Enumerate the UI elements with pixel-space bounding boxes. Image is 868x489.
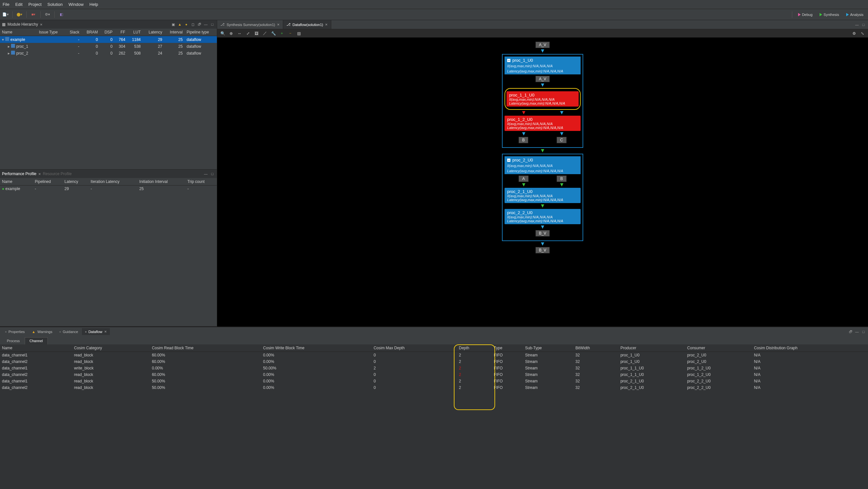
- layers-icon[interactable]: ▤: [296, 31, 302, 36]
- dataflow-group-proc2[interactable]: –proc_2_U0 II(avg,max,min):N/A,N/A,N/A L…: [502, 154, 583, 241]
- snapshot-icon[interactable]: 🖼: [254, 31, 259, 36]
- close-icon[interactable]: ×: [325, 22, 328, 27]
- wrench-icon[interactable]: 🔧: [271, 31, 276, 36]
- fit-width-icon[interactable]: ↔: [237, 31, 243, 36]
- close-icon[interactable]: ×: [277, 22, 280, 27]
- column-header[interactable]: Consumer: [685, 345, 752, 352]
- add-icon[interactable]: ＋: [279, 31, 285, 36]
- column-header[interactable]: Name: [0, 178, 33, 186]
- expand-icon[interactable]: ⤡: [860, 31, 865, 36]
- column-header[interactable]: Sub-Type: [523, 345, 574, 352]
- maximize-icon[interactable]: □: [210, 171, 215, 176]
- column-header[interactable]: Cosim Read Block Time: [150, 345, 261, 352]
- bottom-tab-dataflow[interactable]: ▫ Dataflow ×: [82, 328, 110, 335]
- stop-icon[interactable]: ■▾: [30, 11, 37, 18]
- port-top[interactable]: A_V: [535, 41, 550, 48]
- table-row[interactable]: ▸proc_2-002625082425dataflow: [0, 50, 217, 57]
- table-row[interactable]: data_channel2read_block50.00%0.00%02FIFO…: [0, 384, 868, 391]
- table-row[interactable]: ▸proc_1-003045382725dataflow: [0, 43, 217, 50]
- port[interactable]: A: [519, 175, 528, 182]
- column-header[interactable]: Issue Type: [37, 29, 65, 36]
- port-bottom[interactable]: B_V: [535, 247, 550, 254]
- subtab-process[interactable]: Process: [2, 337, 25, 345]
- minimize-icon[interactable]: —: [854, 22, 860, 27]
- minimize-icon[interactable]: —: [203, 22, 208, 27]
- performance-table[interactable]: NamePipelinedLatencyIteration LatencyIni…: [0, 178, 217, 192]
- close-icon[interactable]: ×: [38, 171, 41, 176]
- column-header[interactable]: Name: [0, 29, 37, 36]
- maximize-icon[interactable]: □: [861, 329, 866, 334]
- column-header[interactable]: Slack: [65, 29, 81, 36]
- dataflow-group-proc1[interactable]: –proc_1_U0 II(avg,max,min):N/A,N/A,N/A L…: [502, 54, 583, 148]
- minimize-icon[interactable]: —: [203, 171, 208, 176]
- menu-solution[interactable]: Solution: [48, 2, 63, 7]
- column-header[interactable]: Name: [0, 345, 72, 352]
- collapse-icon[interactable]: –: [507, 59, 510, 62]
- run-debug-button[interactable]: Debug: [796, 12, 815, 17]
- bottom-tab-guidance[interactable]: ▫ Guidance: [56, 329, 81, 335]
- column-header[interactable]: Depth: [457, 345, 492, 352]
- maximize-icon[interactable]: □: [210, 22, 215, 27]
- gear-icon[interactable]: ⚙: [851, 31, 857, 36]
- menu-help[interactable]: Help: [89, 2, 98, 7]
- column-header[interactable]: Pipeline type: [185, 29, 217, 36]
- column-header[interactable]: BitWidth: [574, 345, 618, 352]
- bottom-tab-properties[interactable]: ▫ Properties: [2, 329, 28, 335]
- line-icon[interactable]: ／: [262, 31, 268, 36]
- port[interactable]: B: [557, 175, 566, 182]
- port[interactable]: A_V: [535, 76, 550, 82]
- circle-icon[interactable]: ●: [184, 22, 189, 27]
- perf-tab-resource[interactable]: Resource Profile: [43, 171, 72, 176]
- table-row[interactable]: data_channel2read_block60.00%0.00%02FIFO…: [0, 371, 868, 378]
- node-proc-2-2[interactable]: proc_2_2_U0 II(avg,max,min):N/A,N/A,N/A …: [504, 209, 581, 224]
- filter-icon[interactable]: ▣: [171, 22, 176, 27]
- export-icon[interactable]: 🗗: [197, 22, 202, 27]
- column-header[interactable]: Interval: [164, 29, 185, 36]
- column-header[interactable]: Cosim Category: [72, 345, 150, 352]
- column-header[interactable]: FF: [115, 29, 127, 36]
- compare-icon[interactable]: ◧: [58, 11, 65, 18]
- menu-file[interactable]: File: [3, 2, 9, 7]
- table-row[interactable]: data_channel1read_block50.00%0.00%02FIFO…: [0, 378, 868, 384]
- column-header[interactable]: Iteration Latency: [89, 178, 137, 186]
- column-header[interactable]: Initiation Interval: [137, 178, 186, 186]
- restore-icon[interactable]: 🗗: [848, 329, 853, 334]
- run-synthesis-button[interactable]: Synthesis: [817, 12, 842, 17]
- minimize-icon[interactable]: —: [854, 329, 860, 334]
- column-header[interactable]: LUT: [127, 29, 143, 36]
- table-row[interactable]: ▾example-0076411842925dataflow: [0, 36, 217, 43]
- port[interactable]: C: [557, 137, 567, 143]
- column-header[interactable]: DSP: [100, 29, 115, 36]
- close-icon[interactable]: ×: [40, 22, 42, 27]
- dataflow-canvas[interactable]: A_V –proc_1_U0 II(avg,max,min):N/A,N/A,N…: [217, 38, 868, 327]
- editor-tab[interactable]: ⎇Dataflow(solution1)×: [283, 20, 331, 29]
- table-row[interactable]: ● example-29-25-: [0, 186, 217, 192]
- port[interactable]: B: [519, 137, 528, 143]
- node-proc-1-1[interactable]: proc_1_1_U0 II(avg,max,min):N/A,N/A,N/A …: [506, 91, 579, 106]
- remove-icon[interactable]: －: [287, 31, 293, 36]
- column-header[interactable]: Type: [492, 345, 523, 352]
- menu-edit[interactable]: Edit: [15, 2, 23, 7]
- fit-icon[interactable]: ⤢: [245, 31, 251, 36]
- new-file-icon[interactable]: 📄▾: [2, 11, 9, 18]
- table-row[interactable]: data_channel1read_block60.00%0.00%02FIFO…: [0, 352, 868, 359]
- open-project-icon[interactable]: ⬤▾: [16, 11, 23, 18]
- table-row[interactable]: data_channel2read_block60.00%0.00%02FIFO…: [0, 358, 868, 365]
- subtab-channel[interactable]: Channel: [25, 337, 48, 345]
- node-proc-2-1[interactable]: proc_2_1_U0 II(avg,max,min):N/A,N/A,N/A …: [504, 188, 581, 203]
- column-header[interactable]: Cosim Max Depth: [372, 345, 457, 352]
- table-row[interactable]: data_channel1write_block0.00%50.00%22FIF…: [0, 365, 868, 371]
- close-icon[interactable]: ×: [104, 329, 107, 334]
- node-proc-1-2[interactable]: proc_1_2_U0 II(avg,max,min):N/A,N/A,N/A …: [504, 116, 581, 131]
- port[interactable]: B_V: [535, 230, 550, 236]
- column-header[interactable]: Latency: [143, 29, 164, 36]
- column-header[interactable]: Cosim Write Block Time: [261, 345, 372, 352]
- menu-window[interactable]: Window: [69, 2, 84, 7]
- zoom-in-icon[interactable]: ⊕: [228, 31, 234, 36]
- column-header[interactable]: Latency: [62, 178, 88, 186]
- zoom-reset-icon[interactable]: 🔍: [220, 31, 226, 36]
- settings-icon[interactable]: ⚙▾: [44, 11, 51, 18]
- module-hierarchy-table[interactable]: NameIssue TypeSlackBRAMDSPFFLUTLatencyIn…: [0, 29, 217, 57]
- column-header[interactable]: BRAM: [81, 29, 100, 36]
- menu-project[interactable]: Project: [28, 2, 41, 7]
